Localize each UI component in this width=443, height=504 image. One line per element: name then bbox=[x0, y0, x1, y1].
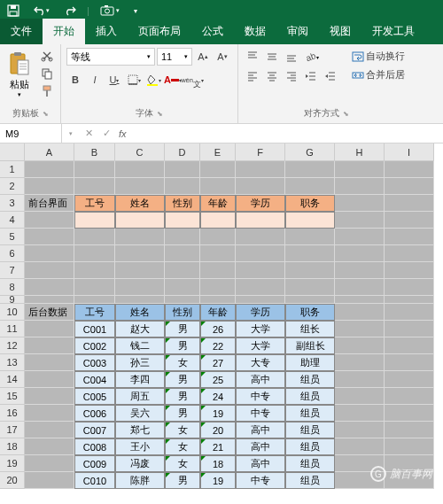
cell-C1[interactable] bbox=[115, 161, 165, 178]
cell-I12[interactable] bbox=[385, 337, 434, 354]
row-header-12[interactable]: 12 bbox=[0, 337, 25, 354]
cell-C14[interactable]: 李四 bbox=[115, 371, 165, 388]
cell-E3[interactable]: 年龄 bbox=[200, 195, 236, 212]
cut-button[interactable] bbox=[39, 48, 55, 64]
cell-G9[interactable] bbox=[285, 296, 335, 304]
row-header-14[interactable]: 14 bbox=[0, 371, 25, 388]
format-painter-button[interactable] bbox=[39, 83, 55, 99]
cell-E4[interactable] bbox=[200, 212, 236, 229]
tab-view[interactable]: 视图 bbox=[319, 19, 361, 44]
cancel-formula-icon[interactable]: ✕ bbox=[80, 124, 97, 143]
cell-D17[interactable]: 女 bbox=[165, 422, 200, 438]
row-header-13[interactable]: 13 bbox=[0, 354, 25, 371]
font-name-select[interactable]: 等线▾ bbox=[66, 48, 155, 66]
cell-G6[interactable] bbox=[285, 245, 335, 262]
cell-C5[interactable] bbox=[115, 229, 165, 245]
cell-H19[interactable] bbox=[335, 455, 385, 472]
cell-D19[interactable]: 女 bbox=[165, 455, 200, 472]
cell-G4[interactable] bbox=[285, 212, 335, 229]
align-bottom-button[interactable] bbox=[283, 48, 300, 66]
cell-B11[interactable]: C001 bbox=[74, 321, 115, 337]
cell-B13[interactable]: C003 bbox=[74, 354, 115, 371]
cell-A5[interactable] bbox=[25, 229, 74, 245]
wrap-text-button[interactable]: 自动换行 bbox=[348, 48, 408, 65]
decrease-indent-button[interactable] bbox=[302, 67, 320, 85]
cell-I16[interactable] bbox=[385, 405, 434, 422]
cell-G15[interactable]: 组员 bbox=[285, 388, 335, 405]
row-header-9[interactable]: 9 bbox=[0, 296, 25, 304]
cell-F1[interactable] bbox=[236, 161, 285, 178]
cell-F16[interactable]: 中专 bbox=[236, 405, 285, 422]
cell-D14[interactable]: 男 bbox=[165, 371, 200, 388]
increase-font-button[interactable]: A▴ bbox=[194, 48, 212, 66]
cell-E1[interactable] bbox=[200, 161, 236, 178]
cell-C19[interactable]: 冯废 bbox=[115, 455, 165, 472]
cell-C17[interactable]: 郑七 bbox=[115, 422, 165, 438]
cell-F8[interactable] bbox=[236, 279, 285, 296]
cell-G8[interactable] bbox=[285, 279, 335, 296]
cell-C2[interactable] bbox=[115, 178, 165, 195]
cell-G1[interactable] bbox=[285, 161, 335, 178]
cell-G20[interactable]: 组员 bbox=[285, 472, 335, 489]
row-header-11[interactable]: 11 bbox=[0, 321, 25, 337]
cell-I6[interactable] bbox=[385, 245, 434, 262]
cell-E7[interactable] bbox=[200, 262, 236, 279]
cell-A11[interactable] bbox=[25, 321, 74, 337]
name-box-dropdown-icon[interactable]: ▾ bbox=[62, 124, 80, 143]
paste-button[interactable]: 粘贴 ▾ bbox=[5, 48, 34, 100]
italic-button[interactable]: I bbox=[86, 71, 104, 89]
cell-I4[interactable] bbox=[385, 212, 434, 229]
cell-C3[interactable]: 姓名 bbox=[115, 195, 165, 212]
cell-I7[interactable] bbox=[385, 262, 434, 279]
cell-I17[interactable] bbox=[385, 422, 434, 438]
cell-H17[interactable] bbox=[335, 422, 385, 438]
font-launcher-icon[interactable]: ⬊ bbox=[157, 110, 163, 118]
cell-D13[interactable]: 女 bbox=[165, 354, 200, 371]
row-header-4[interactable]: 4 bbox=[0, 212, 25, 229]
cell-D10[interactable]: 性别 bbox=[165, 304, 200, 321]
cell-F10[interactable]: 学历 bbox=[236, 304, 285, 321]
font-size-select[interactable]: 11▾ bbox=[157, 48, 192, 66]
cell-D15[interactable]: 男 bbox=[165, 388, 200, 405]
redo-icon[interactable] bbox=[60, 4, 80, 18]
cell-A15[interactable] bbox=[25, 388, 74, 405]
row-header-5[interactable]: 5 bbox=[0, 229, 25, 245]
copy-button[interactable] bbox=[39, 66, 55, 81]
cell-A9[interactable] bbox=[25, 296, 74, 304]
cell-F14[interactable]: 高中 bbox=[236, 371, 285, 388]
cell-B19[interactable]: C009 bbox=[74, 455, 115, 472]
cell-F7[interactable] bbox=[236, 262, 285, 279]
cell-F17[interactable]: 高中 bbox=[236, 422, 285, 438]
cell-B18[interactable]: C008 bbox=[74, 438, 115, 455]
cell-I13[interactable] bbox=[385, 354, 434, 371]
tab-file[interactable]: 文件 bbox=[0, 19, 43, 44]
cell-A16[interactable] bbox=[25, 405, 74, 422]
cell-F15[interactable]: 中专 bbox=[236, 388, 285, 405]
cell-D5[interactable] bbox=[165, 229, 200, 245]
cell-H18[interactable] bbox=[335, 438, 385, 455]
cell-G19[interactable]: 组员 bbox=[285, 455, 335, 472]
cell-A6[interactable] bbox=[25, 245, 74, 262]
cell-H4[interactable] bbox=[335, 212, 385, 229]
row-header-18[interactable]: 18 bbox=[0, 438, 25, 455]
cell-B10[interactable]: 工号 bbox=[74, 304, 115, 321]
cell-B17[interactable]: C007 bbox=[74, 422, 115, 438]
cell-H12[interactable] bbox=[335, 337, 385, 354]
cell-D1[interactable] bbox=[165, 161, 200, 178]
row-header-7[interactable]: 7 bbox=[0, 262, 25, 279]
tab-dev[interactable]: 开发工具 bbox=[361, 19, 425, 44]
cell-A12[interactable] bbox=[25, 337, 74, 354]
cell-C16[interactable]: 吴六 bbox=[115, 405, 165, 422]
cell-G2[interactable] bbox=[285, 178, 335, 195]
cell-E12[interactable]: 22 bbox=[200, 337, 236, 354]
cell-H8[interactable] bbox=[335, 279, 385, 296]
cell-B7[interactable] bbox=[74, 262, 115, 279]
align-center-button[interactable] bbox=[263, 67, 281, 85]
cell-D18[interactable]: 女 bbox=[165, 438, 200, 455]
row-header-6[interactable]: 6 bbox=[0, 245, 25, 262]
tab-layout[interactable]: 页面布局 bbox=[128, 19, 191, 44]
cell-F9[interactable] bbox=[236, 296, 285, 304]
col-header-E[interactable]: E bbox=[200, 143, 236, 161]
cell-E17[interactable]: 20 bbox=[200, 422, 236, 438]
cell-C15[interactable]: 周五 bbox=[115, 388, 165, 405]
